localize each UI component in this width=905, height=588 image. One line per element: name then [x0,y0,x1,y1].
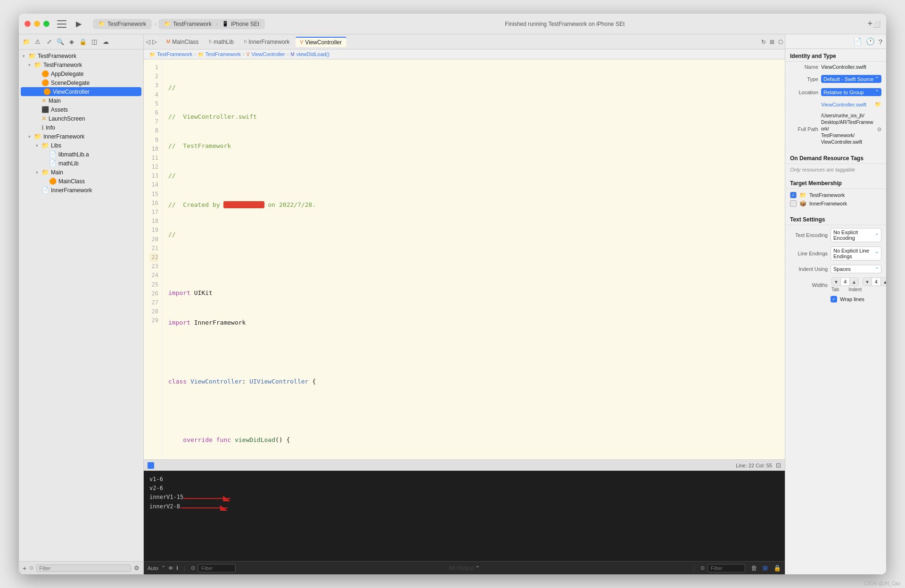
tree-item-mathlib[interactable]: ▾ 📄 mathLib [19,159,143,168]
type-select[interactable]: Default - Swift Source ⌃ [821,75,881,83]
file-value: ViewController.swift [821,102,872,107]
indent-width-increment[interactable]: ▲ [881,279,886,285]
editor-nav-prev[interactable]: ◁ [146,38,150,45]
minimize-button[interactable] [34,21,40,27]
eye-icon[interactable]: 👁 [168,565,173,571]
tree-item-appdelegate[interactable]: ▾ 🟠 AppDelegate [19,69,143,78]
auto-dropdown-arrow[interactable]: ⌃ [161,565,165,571]
tree-item-innerframework-file[interactable]: ▾ 📄 InnerFramework [19,186,143,195]
fullscreen-button[interactable] [43,21,49,27]
tree-item-scenedelegate[interactable]: ▾ 🟠 SceneDelegate [19,78,143,87]
issue-icon[interactable]: ◈ [68,38,75,46]
sidebar-toggle[interactable] [57,20,66,28]
close-button[interactable] [25,21,31,27]
encoding-select[interactable]: No Explicit Encoding ⌃ [831,228,881,242]
folder-icon[interactable]: 📁 [23,38,30,46]
tree-item-launchscreen[interactable]: ▾ ✕ LaunchScreen [19,114,143,123]
location-select[interactable]: Relative to Group ⌃ [821,88,881,96]
tm-checkbox-innerframework[interactable] [790,200,797,207]
breadcrumb-4[interactable]: viewDidLoad() [296,51,329,57]
breadcrumb-3[interactable]: ViewController [251,51,285,57]
line-endings-select[interactable]: No Explicit Line Endings ⌃ [831,246,881,261]
right-panel-content: Identity and Type Name ViewController.sw… [785,49,886,574]
tab-width-increment[interactable]: ▲ [850,279,858,285]
right-panel-toggle[interactable]: ⬜ [872,20,880,28]
warning-icon[interactable]: ⚠ [34,38,41,46]
split-view-icon[interactable]: ⊞ [763,564,768,572]
tree-item-libmathlib[interactable]: ▾ 📄 libmathLib.a [19,150,143,159]
tree-item-mainclass[interactable]: ▾ 🟠 MainClass [19,177,143,186]
code-editor[interactable]: 1 2 3 4 5 6 7 8 9 10 11 12 13 14 15 16 1 [144,59,785,459]
breadcrumb: 📁 TestFramework › 📁 TestFramework › V Vi… [144,49,785,59]
all-output-arrow[interactable]: ⌃ [475,565,480,572]
filter-input-left[interactable] [198,564,236,572]
titlebar: ▶ 📁 TestFramework › 📁 TestFramework › 📱 … [19,14,886,34]
tm-label-testframework: TestFramework [809,192,845,198]
tree-item-innerframework[interactable]: ▾ 📁 InnerFramework [19,132,143,141]
editor-nav-next[interactable]: ▷ [152,38,157,45]
lock-console-icon[interactable]: 🔒 [773,564,781,572]
file-folder-icon[interactable]: 📁 [875,101,881,107]
add-tab-button[interactable]: + [867,19,872,29]
sidebar-settings-icon[interactable]: ⚙ [134,564,140,572]
status-icon[interactable]: ⊡ [776,462,781,469]
tab-innerframework[interactable]: h InnerFramework [239,37,295,47]
group-icon[interactable]: ◫ [90,38,98,46]
indent-using-row: Indent Using Spaces ⌃ [785,263,886,276]
add-icon[interactable]: + [23,564,26,572]
filter-left: ⊙ [191,564,236,572]
tm-checkbox-testframework[interactable]: ✓ [790,192,797,198]
breadcrumb-2[interactable]: TestFramework [206,51,241,57]
line-endings-row: Line Endings No Explicit Line Endings ⌃ [785,245,886,263]
breadcrumb-1[interactable]: TestFramework [157,51,192,57]
cloud-icon[interactable]: ☁ [102,38,109,46]
type-label: Type [790,76,818,82]
editor-split-icon[interactable]: ⬡ [778,39,783,45]
file-row: ViewController.swift 📁 [785,99,886,110]
indent-using-select[interactable]: Spaces ⌃ [831,265,881,273]
indent-width-stepper[interactable]: ▼ 4 ▲ [863,278,886,286]
filter-search-icon: ⊙ [191,565,195,571]
code-lines: // // ViewController.swift // TestFramew… [163,59,785,459]
info-icon[interactable]: ℹ [176,565,178,571]
titlebar-tab-device[interactable]: 📁 TestFramework › 📱 iPhone SEt [158,19,265,29]
search-icon[interactable]: 🔍 [57,38,64,46]
indent-width-decrement[interactable]: ▼ [863,279,872,285]
tree-item-main-sub[interactable]: ▾ 📁 Main [19,168,143,177]
identity-type-header: Identity and Type [785,49,886,62]
clock-tab[interactable]: 🕐 [866,37,875,46]
filter-search-icon-right: ⊙ [700,565,705,571]
wrap-lines-label: Wrap lines [840,296,864,302]
tree-item-testframework[interactable]: ▾ 📁 TestFramework [19,60,143,69]
type-row: Type Default - Swift Source ⌃ [785,73,886,86]
help-tab[interactable]: ? [879,38,882,46]
filter-input-right[interactable] [708,564,745,572]
identity-tab[interactable]: 📄 [853,37,862,46]
trash-icon[interactable]: 🗑 [751,564,757,572]
titlebar-tab-framework[interactable]: 📁 TestFramework [93,19,152,29]
fullpath-reveal-icon[interactable]: ⊙ [877,126,881,132]
tree-item-assets[interactable]: ▾ ⬛ Assets [19,105,143,114]
tab-width-decrement[interactable]: ▼ [832,279,840,285]
tree-item-main[interactable]: ▾ ✕ Main [19,96,143,105]
lock-icon[interactable]: 🔒 [79,38,87,46]
tree-item-viewcontroller[interactable]: ▾ 🟠 ViewController [21,87,141,96]
tab-width-stepper[interactable]: ▼ 4 ▲ [831,278,859,286]
tree-item-libs[interactable]: ▾ 📁 Libs [19,141,143,150]
tab-viewcontroller[interactable]: V ViewController [296,37,346,47]
titlebar-tabs: 📁 TestFramework › 📁 TestFramework › 📱 iP… [93,19,864,29]
tree-item-info[interactable]: ▾ ℹ Info [19,123,143,132]
tab-mathlib[interactable]: h mathLib [204,37,238,47]
fullpath-value: /Users/runhe_ios_jh/Desktop/AR/TestFrame… [821,113,874,146]
sidebar-filter-input[interactable] [36,564,131,572]
run-button[interactable]: ▶ [76,19,82,28]
tab-mainclass[interactable]: M MainClass [162,37,203,47]
watermark: CSDN @JH_Cao [864,581,900,586]
merge-icon[interactable]: ⤢ [45,38,53,46]
tree-item-testframework-root[interactable]: ▾ 📁 TestFramework [19,51,143,60]
wrap-lines-checkbox[interactable]: ✓ [831,296,837,302]
console-line-4: innerV2-8 [149,502,779,511]
editor-layout-icon[interactable]: ⊞ [770,39,774,45]
indent-using-label: Indent Using [790,266,828,272]
editor-refresh-icon[interactable]: ↻ [761,39,766,45]
